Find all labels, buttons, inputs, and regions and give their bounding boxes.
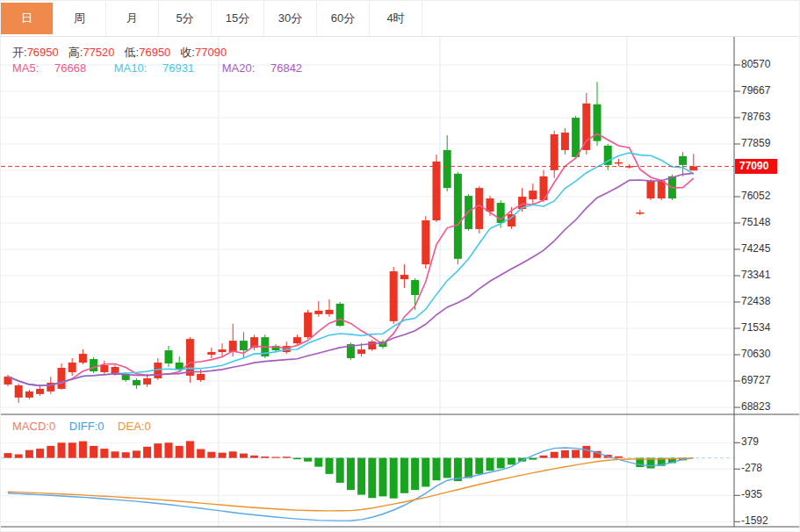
candle-body-42 bbox=[454, 174, 462, 259]
macd-bar-30 bbox=[326, 458, 334, 474]
price-axis-label: 78763 bbox=[741, 111, 770, 123]
candle-body-61 bbox=[658, 181, 666, 198]
price-axis-label: 74245 bbox=[741, 242, 770, 255]
high-value: 77520 bbox=[83, 46, 114, 59]
macd-label: MACD: bbox=[12, 420, 49, 433]
macd-bar-43 bbox=[465, 458, 472, 478]
macd-bar-17 bbox=[186, 441, 194, 457]
ma20-label: MA20: bbox=[222, 61, 256, 75]
price-axis-label: 79667 bbox=[741, 84, 770, 97]
macd-value: 0 bbox=[49, 420, 55, 433]
macd-axis-label: 379 bbox=[741, 435, 759, 448]
candle-body-59 bbox=[636, 212, 644, 214]
tab-周[interactable]: 周 bbox=[54, 1, 106, 36]
macd-bar-13 bbox=[143, 447, 151, 458]
macd-bar-53 bbox=[572, 449, 580, 457]
ma10-readout: MA10: 76931 bbox=[114, 61, 206, 75]
candle-body-22 bbox=[240, 341, 248, 350]
candle-body-45 bbox=[486, 198, 494, 212]
macd-indicator: MACD:0 bbox=[12, 420, 55, 433]
ma-readout: MA5: 76668 MA10: 76931 MA20: 76842 bbox=[12, 61, 327, 75]
macd-bar-2 bbox=[25, 450, 33, 458]
candle-body-7 bbox=[79, 354, 87, 363]
diff-indicator: DIFF:0 bbox=[69, 420, 105, 433]
macd-bar-6 bbox=[68, 442, 76, 457]
candle-body-6 bbox=[68, 363, 76, 372]
tab-15分[interactable]: 15分 bbox=[212, 1, 264, 36]
candle-body-40 bbox=[433, 162, 441, 220]
macd-bar-12 bbox=[133, 450, 141, 457]
candle-body-9 bbox=[100, 365, 108, 372]
price-axis-label: 77859 bbox=[741, 137, 770, 149]
macd-bar-47 bbox=[508, 458, 515, 465]
candle-body-27 bbox=[293, 337, 301, 343]
ma20-value: 76842 bbox=[270, 61, 302, 75]
price-axis-label: 80570 bbox=[741, 58, 770, 70]
macd-bar-14 bbox=[154, 443, 162, 457]
macd-bar-35 bbox=[379, 458, 387, 497]
candle-body-39 bbox=[422, 220, 429, 264]
candle-body-13 bbox=[143, 378, 151, 385]
tab-5分[interactable]: 5分 bbox=[159, 1, 212, 36]
macd-bar-23 bbox=[250, 456, 258, 458]
macd-axis-label: -935 bbox=[741, 488, 762, 500]
candle-body-16 bbox=[176, 363, 184, 370]
candle-body-33 bbox=[357, 349, 365, 354]
macd-bar-11 bbox=[122, 452, 130, 457]
ma5-readout: MA5: 76668 bbox=[12, 61, 98, 75]
candle-body-12 bbox=[133, 380, 141, 385]
tab-4时[interactable]: 4时 bbox=[370, 1, 422, 36]
macd-bar-37 bbox=[400, 458, 408, 493]
tab-日[interactable]: 日 bbox=[1, 3, 54, 34]
dea-label: DEA: bbox=[118, 420, 144, 433]
candle-body-8 bbox=[90, 359, 97, 371]
dea-value: 0 bbox=[144, 420, 150, 433]
candle-body-30 bbox=[326, 310, 334, 314]
close-label: 收: bbox=[180, 46, 195, 59]
current-price-badge: 77090 bbox=[735, 159, 777, 174]
candle-body-44 bbox=[475, 188, 483, 229]
macd-bar-36 bbox=[390, 458, 398, 499]
macd-bar-19 bbox=[207, 452, 215, 458]
macd-bar-33 bbox=[357, 458, 365, 495]
macd-bar-27 bbox=[293, 458, 301, 460]
tab-30分[interactable]: 30分 bbox=[264, 1, 317, 36]
price-axis-label: 72438 bbox=[741, 295, 770, 307]
macd-bar-31 bbox=[336, 458, 344, 483]
candle-body-49 bbox=[529, 191, 537, 199]
macd-bar-41 bbox=[443, 458, 451, 478]
dea-indicator: DEA:0 bbox=[118, 420, 151, 433]
candle-body-36 bbox=[390, 271, 398, 321]
ma10-label: MA10: bbox=[114, 61, 148, 75]
candle-body-57 bbox=[615, 162, 623, 164]
candle-body-20 bbox=[219, 349, 227, 352]
candle-body-18 bbox=[197, 374, 205, 380]
chart-canvas[interactable] bbox=[1, 1, 800, 532]
macd-bar-20 bbox=[219, 453, 227, 458]
macd-bar-1 bbox=[15, 454, 23, 457]
tab-60分[interactable]: 60分 bbox=[317, 1, 370, 36]
macd-bar-26 bbox=[283, 457, 291, 457]
candle-body-3 bbox=[36, 389, 44, 394]
price-axis-label: 69727 bbox=[741, 374, 770, 386]
candle-body-47 bbox=[508, 214, 515, 226]
candle-body-52 bbox=[561, 133, 569, 150]
candle-body-51 bbox=[551, 134, 559, 170]
macd-bar-18 bbox=[197, 449, 205, 458]
tab-月[interactable]: 月 bbox=[106, 1, 159, 36]
timeframe-tabbar: 日周月5分15分30分60分4时 bbox=[1, 1, 800, 37]
price-axis-label: 68823 bbox=[741, 400, 770, 413]
kline-chart-app: 日周月5分15分30分60分4时 开:76950高:77520低:76950收:… bbox=[0, 0, 800, 532]
macd-bar-10 bbox=[112, 451, 119, 457]
macd-bar-21 bbox=[229, 451, 237, 457]
macd-bar-0 bbox=[4, 453, 12, 457]
macd-bar-54 bbox=[582, 446, 590, 458]
macd-bar-3 bbox=[36, 449, 44, 458]
macd-bar-50 bbox=[540, 456, 548, 458]
candle-body-37 bbox=[400, 275, 408, 279]
macd-bar-46 bbox=[497, 458, 505, 469]
candle-body-1 bbox=[15, 385, 23, 398]
candle-body-31 bbox=[336, 304, 344, 326]
ma5-label: MA5: bbox=[12, 61, 39, 75]
candle-body-29 bbox=[314, 311, 322, 314]
